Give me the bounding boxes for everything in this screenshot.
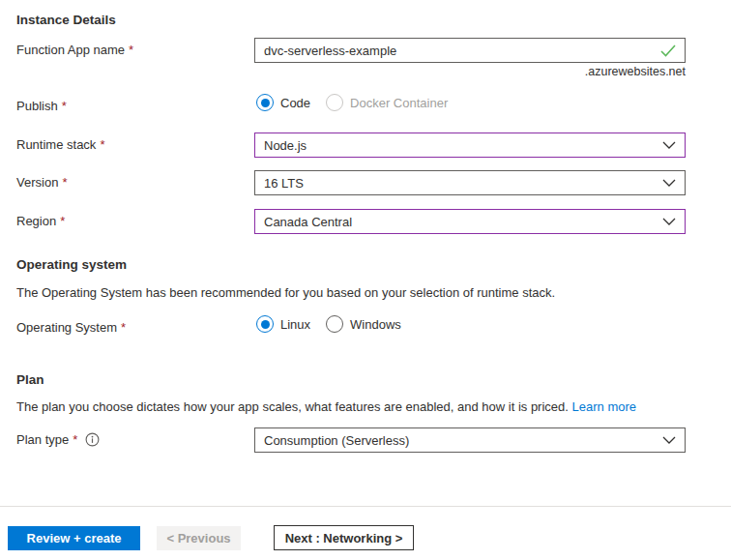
radio-linux[interactable]: Linux <box>256 315 310 333</box>
radio-selected-icon <box>256 315 274 333</box>
operating-system-label: Operating System * <box>16 320 126 335</box>
section-heading-plan: Plan <box>16 372 44 387</box>
operating-system-radio-group: Linux Windows <box>256 314 401 334</box>
footer-divider <box>0 506 731 507</box>
radio-windows[interactable]: Windows <box>326 315 401 333</box>
create-function-app-basics-form: Instance Details Function App name * dvc… <box>0 0 731 560</box>
function-app-name-input[interactable]: dvc-serverless-example <box>254 38 686 63</box>
version-label: Version * <box>16 175 67 190</box>
plan-type-dropdown[interactable]: Consumption (Serverless) <box>254 427 686 453</box>
required-marker: * <box>62 99 67 113</box>
section-heading-instance-details: Instance Details <box>16 13 116 27</box>
runtime-stack-dropdown[interactable]: Node.js <box>254 133 686 158</box>
required-marker: * <box>129 43 133 57</box>
region-dropdown[interactable]: Canada Central <box>254 209 686 234</box>
next-networking-button[interactable]: Next : Networking > <box>274 525 414 550</box>
plan-description: The plan you choose dictates how your ap… <box>16 399 636 414</box>
radio-selected-icon <box>256 94 274 111</box>
version-dropdown[interactable]: 16 LTS <box>254 170 686 195</box>
radio-unselected-icon <box>326 315 343 333</box>
function-app-name-label: Function App name * <box>16 43 133 57</box>
function-app-name-value: dvc-serverless-example <box>264 44 660 58</box>
valid-checkmark-icon <box>660 44 676 57</box>
review-create-button[interactable]: Review + create <box>8 526 140 550</box>
required-marker: * <box>62 175 67 190</box>
chevron-down-icon <box>662 218 676 225</box>
chevron-down-icon <box>662 436 676 444</box>
domain-suffix: .azurewebsites.net <box>254 65 686 78</box>
learn-more-link[interactable]: Learn more <box>572 399 636 414</box>
chevron-down-icon <box>662 141 676 149</box>
section-heading-operating-system: Operating system <box>16 257 127 272</box>
required-marker: * <box>100 137 104 152</box>
info-icon[interactable] <box>85 432 100 447</box>
runtime-stack-label: Runtime stack * <box>16 137 104 152</box>
publish-radio-group: Code Docker Container <box>256 93 448 112</box>
publish-label: Publish * <box>16 99 67 113</box>
previous-button[interactable]: < Previous <box>157 526 241 550</box>
operating-system-description: The Operating System has been recommende… <box>16 285 555 300</box>
radio-code[interactable]: Code <box>256 94 310 111</box>
region-label: Region * <box>16 214 65 228</box>
radio-docker-container: Docker Container <box>326 94 448 111</box>
required-marker: * <box>73 432 77 447</box>
required-marker: * <box>121 320 126 335</box>
required-marker: * <box>60 214 65 228</box>
plan-type-label: Plan type * <box>16 432 100 447</box>
chevron-down-icon <box>662 179 676 187</box>
radio-unselected-icon <box>326 94 343 111</box>
